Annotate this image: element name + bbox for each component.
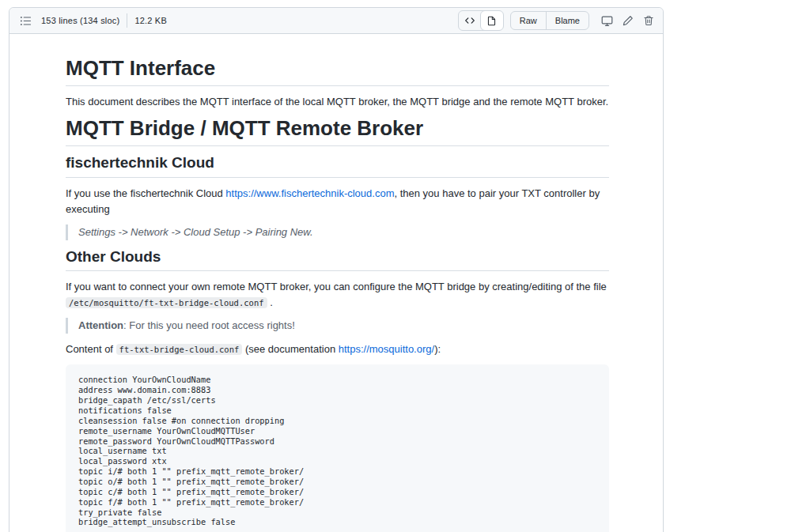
device-desktop-icon [601, 15, 613, 27]
blame-button[interactable]: Blame [546, 12, 589, 29]
bridge-heading: MQTT Bridge / MQTT Remote Broker [66, 117, 609, 146]
attention-quote: Attention: For this you need root access… [66, 318, 609, 334]
page-title: MQTT Interface [66, 57, 609, 86]
markdown-body: MQTT Interface This document describes t… [9, 34, 663, 532]
paragraph-text: Content of [66, 343, 116, 355]
table-of-contents-button[interactable] [17, 13, 34, 29]
intro-paragraph: This document describes the MQTT interfa… [66, 94, 609, 110]
source-view-button[interactable] [459, 11, 481, 30]
mosquitto-docs-link[interactable]: https://mosquitto.org/ [339, 343, 434, 355]
attention-text: : For this you need root access rights! [123, 319, 295, 331]
bridge-config-code-block: connection YourOwnCloudName address www.… [66, 364, 609, 532]
pairing-steps-quote: Settings -> Network -> Cloud Setup -> Pa… [66, 224, 609, 240]
file-icon [486, 16, 497, 26]
raw-button[interactable]: Raw [511, 12, 546, 29]
file-meta: 153 lines (134 sloc) 12.2 KB [17, 13, 167, 29]
paragraph-text: If you use the fischertechnik Cloud [66, 187, 225, 199]
delete-file-button[interactable] [641, 13, 657, 28]
header-divider [127, 13, 127, 28]
open-in-desktop-button[interactable] [599, 13, 615, 29]
list-unordered-icon [20, 15, 32, 27]
file-tool-icons [599, 13, 657, 29]
paragraph-text: (see documentation [242, 343, 338, 355]
attention-label: Attention [78, 319, 123, 331]
file-header: 153 lines (134 sloc) 12.2 KB [9, 8, 663, 34]
content-of-paragraph: Content of ft-txt-bridge-cloud.conf (see… [66, 341, 609, 357]
paragraph-text: If you want to connect your own remote M… [66, 281, 607, 292]
paragraph-text: . [267, 296, 273, 308]
config-filename-code: ft-txt-bridge-cloud.conf [116, 344, 243, 355]
raw-blame-group: Raw Blame [510, 11, 589, 30]
fischertechnik-cloud-heading: fischertechnik Cloud [66, 154, 609, 178]
file-size: 12.2 KB [134, 16, 167, 25]
file-lines-info: 153 lines (134 sloc) [41, 16, 119, 25]
other-clouds-heading: Other Clouds [66, 248, 609, 272]
bridge-config-path-code: /etc/mosquitto/ft-txt-bridge-cloud.conf [66, 297, 267, 308]
code-icon [464, 15, 475, 26]
view-toggle-group [458, 10, 504, 31]
edit-file-button[interactable] [620, 13, 636, 28]
fischertechnik-cloud-paragraph: If you use the fischertechnik Cloud http… [66, 186, 609, 217]
trash-icon [643, 15, 654, 26]
rendered-view-button[interactable] [480, 10, 504, 31]
fischertechnik-cloud-link[interactable]: https://www.fischertechnik-cloud.com [225, 187, 394, 199]
file-actions: Raw Blame [458, 10, 657, 31]
other-clouds-paragraph: If you want to connect your own remote M… [66, 279, 609, 310]
pencil-icon [623, 15, 634, 26]
file-view-card: 153 lines (134 sloc) 12.2 KB [9, 7, 664, 532]
paragraph-text: ): [434, 343, 441, 355]
